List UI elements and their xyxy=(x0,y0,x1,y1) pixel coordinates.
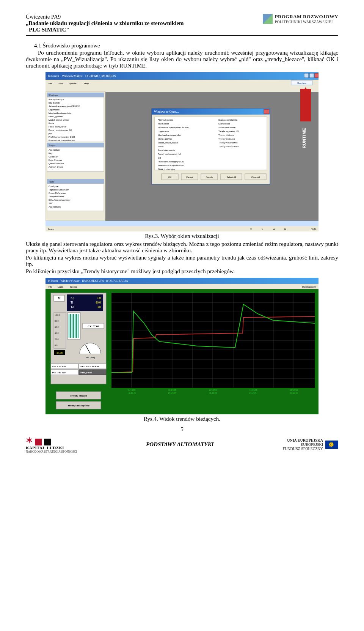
svg-text:Panel sterowania: Panel sterowania xyxy=(158,149,176,151)
dialog-windows-to-open: Windows to Open… Alarmy bieżące Info Swi… xyxy=(152,109,270,184)
svg-rect-74 xyxy=(300,89,311,121)
doc-title-line2: PLC SIMATIC" xyxy=(26,27,184,33)
svg-rect-19 xyxy=(47,143,104,147)
svg-text:Słowo statusowe: Słowo statusowe xyxy=(218,126,236,129)
svg-text:0.0: 0.0 xyxy=(55,344,58,346)
svg-rect-78 xyxy=(46,226,318,231)
doc-title-line1: „Badanie układu regulacji ciśnienia w zb… xyxy=(26,20,184,27)
viewer-title: InTouch - WindowViewer - D:\PROJEKT\PW_W… xyxy=(48,279,128,283)
screenshot-intouch-windowviewer: InTouch - WindowViewer - D:\PROJEKT\PW_W… xyxy=(46,278,318,414)
svg-text:Tagname Dictionary: Tagname Dictionary xyxy=(49,189,69,191)
svg-text:Menu_główne: Menu_główne xyxy=(158,138,172,140)
svg-text:Td: Td xyxy=(71,305,74,309)
svg-text:Logowanie: Logowanie xyxy=(49,109,60,111)
svg-text:20.0: 20.0 xyxy=(55,338,59,340)
svg-rect-2 xyxy=(46,86,318,92)
svg-text:Modul_wejść_wyjść: Modul_wejść_wyjść xyxy=(49,119,69,121)
section-title: 4.1 Środowisko programowe xyxy=(34,42,338,49)
svg-text:60.0: 60.0 xyxy=(55,326,59,328)
svg-text:Trendy historyczne: Trendy historyczne xyxy=(218,142,238,144)
svg-text:pid: pid xyxy=(158,157,161,159)
svg-text:Application: Application xyxy=(49,149,60,151)
svg-text:Stanowisko: Stanowisko xyxy=(218,123,230,125)
viewer-menu-file: File xyxy=(49,286,52,288)
svg-text:Panel: Panel xyxy=(49,122,54,124)
svg-text:CV: 57.08: CV: 57.08 xyxy=(88,325,99,328)
svg-text:H: H xyxy=(284,228,286,230)
svg-text:Info Switch: Info Switch xyxy=(158,123,169,125)
svg-text:Panel_podstawowy_UI: Panel_podstawowy_UI xyxy=(49,129,72,131)
svg-text:Windows to Open…: Windows to Open… xyxy=(154,110,179,113)
univ-logo-icon xyxy=(263,14,273,24)
svg-text:Panel: Panel xyxy=(158,145,163,148)
svg-text:Mechanika stanowiska: Mechanika stanowiska xyxy=(49,112,72,114)
svg-text:Trendy biezace: Trendy biezace xyxy=(70,394,87,397)
svg-text:SQL Access Manager: SQL Access Manager xyxy=(49,199,71,201)
svg-text:SP - PV 0.10 bar: SP - PV 0.10 bar xyxy=(80,365,99,368)
svg-text:Logowanie: Logowanie xyxy=(158,130,169,132)
svg-text:Panel sterowania: Panel sterowania xyxy=(49,126,66,128)
svg-text:pid: pid xyxy=(49,132,52,135)
page-header: Ćwiczenie PA9 „Badanie układu regulacji … xyxy=(26,14,338,33)
svg-rect-77 xyxy=(46,221,318,226)
univ-logo-line2: POLITECHNIKI WARSZAWSKIEJ xyxy=(275,20,338,24)
maximize-icon xyxy=(309,73,314,78)
svg-text:13:43:51: 13:43:51 xyxy=(249,392,257,394)
paragraph-3: Po kliknięciu na wykres można wybrać wyś… xyxy=(26,255,338,268)
svg-text:M: M xyxy=(58,297,61,300)
svg-text:Menu_główne: Menu_główne xyxy=(49,115,63,118)
figure-1-caption: Rys.3. Wybór okien wizualizacji xyxy=(26,233,338,239)
svg-text:Ti: Ti xyxy=(71,301,74,304)
close-icon xyxy=(315,73,318,78)
svg-text:11/13/08: 11/13/08 xyxy=(249,389,257,391)
svg-text:Select All: Select All xyxy=(227,176,236,178)
paragraph-4: Po kliknięciu przycisku „Trendy historyc… xyxy=(26,268,338,275)
development-link: Development! xyxy=(302,286,316,288)
svg-text:57.08: 57.08 xyxy=(56,351,63,354)
svg-text:Mechanika stanowiska: Mechanika stanowiska xyxy=(158,134,181,136)
exercise-code: Ćwiczenie PA9 xyxy=(26,14,184,20)
svg-text:Cancel: Cancel xyxy=(186,176,193,178)
svg-text:Trendy historyczne: Trendy historyczne xyxy=(67,404,89,407)
paragraph-1: Po uruchomieniu programu InTouch, w okni… xyxy=(26,50,338,69)
menu-file: File xyxy=(49,82,52,85)
svg-text:Key: Key xyxy=(49,152,52,154)
svg-text:40.0: 40.0 xyxy=(55,332,59,334)
svg-text:1.0: 1.0 xyxy=(97,296,101,300)
svg-text:Trendy historyczne1: Trendy historyczne1 xyxy=(218,145,239,148)
svg-text:13:44:13: 13:44:13 xyxy=(290,392,298,394)
svg-text:TemplateMaker: TemplateMaker xyxy=(49,195,64,198)
svg-text:Alarmy bieżące: Alarmy bieżące xyxy=(158,119,174,121)
svg-text:13:42:45: 13:42:45 xyxy=(127,392,135,394)
svg-text:Pv: 1.40 bar: Pv: 1.40 bar xyxy=(52,371,66,374)
svg-text:Clear All: Clear All xyxy=(251,176,260,178)
svg-text:SPC: SPC xyxy=(49,202,53,205)
svg-rect-86 xyxy=(46,284,318,289)
svg-text:Info Switch: Info Switch xyxy=(49,102,60,104)
svg-text:m/l [bar]: m/l [bar] xyxy=(86,356,95,359)
figure-1: InTouch - WindowMaker - D:\DEMO_MODBUS F… xyxy=(26,72,338,231)
svg-text:13:43:29: 13:43:29 xyxy=(209,392,217,394)
eu-flag-icon xyxy=(325,441,338,449)
svg-text:Profil komunikacyjny DCU: Profil komunikacyjny DCU xyxy=(158,161,184,163)
svg-text:Profil komunikacyjny DCU: Profil komunikacyjny DCU xyxy=(49,136,75,138)
svg-text:3.0: 3.0 xyxy=(97,305,101,309)
svg-text:SP: 1.50 bar: SP: 1.50 bar xyxy=(52,365,66,368)
svg-text:OK: OK xyxy=(168,176,172,178)
svg-text:Silnik_indukcyjny: Silnik_indukcyjny xyxy=(158,168,175,170)
svg-text:Trendy bieżące2: Trendy bieżące2 xyxy=(218,138,235,140)
eu-text: UNIA EUROPEJSKA EUROPEJSKI FUNDUSZ SPOŁE… xyxy=(283,438,323,451)
page-footer: ✶ KAPITAŁ LUDZKI NARODOWA STRATEGIA SPÓJ… xyxy=(26,436,338,453)
svg-text:NUM: NUM xyxy=(311,228,316,230)
svg-text:13:43:07: 13:43:07 xyxy=(168,392,176,394)
svg-text:Cross Reference: Cross Reference xyxy=(49,192,66,194)
svg-text:Stacja operatorska: Stacja operatorska xyxy=(218,119,238,121)
svg-text:11/13/08: 11/13/08 xyxy=(168,389,176,391)
panel-tools-title: Tools xyxy=(49,181,54,183)
footer-center-text: PODSTAWY AUTOMATYKI xyxy=(146,441,214,448)
svg-text:11/13/08: 11/13/08 xyxy=(290,389,298,391)
paragraph-2: Ukaże się panel sterowania regulatora or… xyxy=(26,241,338,254)
runtime-button-label: Runtime xyxy=(297,82,306,85)
svg-text:ActiveX Event: ActiveX Event xyxy=(49,166,63,168)
menu-special: Special xyxy=(69,82,77,85)
